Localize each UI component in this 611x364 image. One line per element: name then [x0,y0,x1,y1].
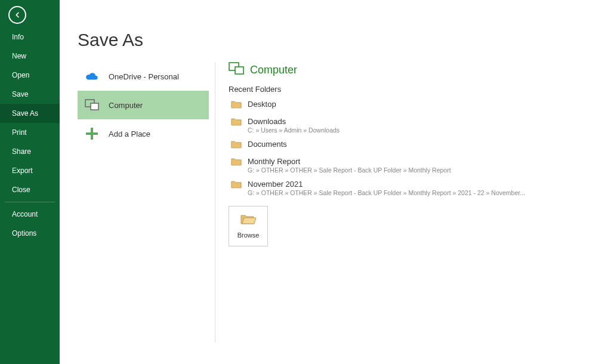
folder-path: G: » OTHER » OTHER » Sale Report - Back … [248,166,451,174]
location-label: OneDrive - Personal [109,72,179,81]
nav-separator [5,202,55,202]
folder-path: G: » OTHER » OTHER » Sale Report - Back … [248,189,525,196]
folder-path: C: » Users » Admin » Downloads [248,127,340,134]
nav-share[interactable]: Share [0,142,60,161]
folder-icon [231,118,242,128]
recent-folder[interactable]: November 2021G: » OTHER » OTHER » Sale R… [229,177,599,200]
plus-icon [84,125,100,142]
folder-icon [231,158,242,168]
folder-open-icon [240,214,256,227]
location-label: Add a Place [109,129,150,138]
nav-export[interactable]: Export [0,161,60,180]
recent-folder[interactable]: Desktop [229,97,599,115]
cloud-icon [84,68,100,85]
nav-new[interactable]: New [0,47,60,66]
recent-folder[interactable]: DownloadsC: » Users » Admin » Downloads [229,115,599,137]
column-divider [215,62,215,343]
browse-label: Browse [237,232,260,239]
folder-name: Monthly Report [248,157,451,166]
folder-icon [231,100,242,111]
folder-icon [231,140,242,151]
nav-open[interactable]: Open [0,66,60,85]
nav-options[interactable]: Options [0,224,60,243]
location-details: Computer Recent Folders DesktopDownloads… [229,62,611,343]
folder-name: Desktop [248,100,276,109]
computer-icon [84,97,100,113]
location-onedrive[interactable]: OneDrive - Personal [78,62,209,91]
details-header: Computer [250,64,297,76]
location-add-place[interactable]: Add a Place [78,119,209,148]
nav-close[interactable]: Close [0,180,60,199]
folder-name: Documents [248,140,287,149]
nav-save-as[interactable]: Save As [0,104,60,123]
backstage-sidebar: Info New Open Save Save As Print Share E… [0,0,60,364]
svg-rect-1 [91,103,98,110]
folder-name: November 2021 [248,180,525,189]
recent-folder[interactable]: Monthly ReportG: » OTHER » OTHER » Sale … [229,155,599,177]
nav-save[interactable]: Save [0,85,60,104]
recent-folders-label: Recent Folders [229,85,599,94]
back-button[interactable] [8,6,26,24]
page-title: Save As [78,30,611,50]
save-locations: OneDrive - Personal Computer Add a Place [78,62,209,343]
recent-folder[interactable]: Documents [229,137,599,155]
location-label: Computer [109,101,143,110]
folder-icon [231,180,242,191]
folder-name: Downloads [248,117,340,126]
location-computer[interactable]: Computer [78,91,209,119]
browse-button[interactable]: Browse [229,206,268,246]
nav-info[interactable]: Info [0,27,60,47]
backstage-main: Save As OneDrive - Personal Computer [60,0,611,364]
svg-rect-3 [235,67,243,74]
nav-print[interactable]: Print [0,123,60,142]
nav-account[interactable]: Account [0,205,60,224]
computer-icon [229,62,244,78]
